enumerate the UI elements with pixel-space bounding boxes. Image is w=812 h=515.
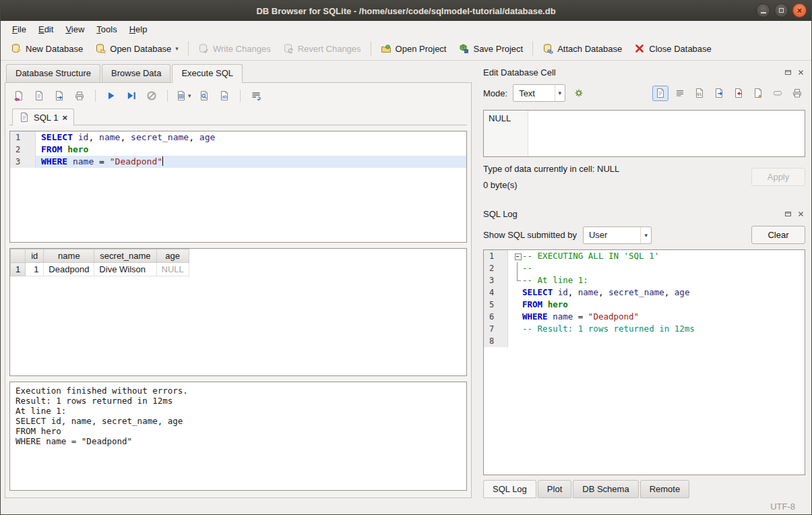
titlebar[interactable]: DB Browser for SQLite - /home/user/code/…	[1, 1, 811, 21]
new-database-button[interactable]: New Database	[5, 40, 89, 57]
mode-select[interactable]: Text ▾	[513, 84, 565, 102]
grid-corner[interactable]	[11, 249, 26, 263]
code-line[interactable]: 2FROM hero	[10, 144, 466, 156]
format-sql-icon: ab	[219, 90, 230, 101]
word-wrap-button[interactable]	[248, 88, 264, 104]
clear-log-button[interactable]: Clear	[751, 226, 805, 244]
find-replace-button[interactable]	[196, 88, 212, 104]
save-results-button[interactable]: ▾	[175, 88, 192, 104]
log-filter-label: Show SQL submitted by	[483, 230, 577, 240]
cell-settings-button[interactable]	[571, 86, 587, 101]
column-header-secret-name[interactable]: secret_name	[94, 249, 156, 263]
dock-tab-plot[interactable]: Plot	[538, 480, 571, 498]
dock-tab-db-schema[interactable]: DB Schema	[573, 480, 638, 498]
close-panel-icon[interactable]	[796, 67, 805, 77]
open-sql-file-button[interactable]	[11, 88, 27, 104]
chevron-down-icon: ▾	[640, 227, 648, 243]
cell[interactable]: Dive Wilson	[94, 263, 156, 276]
maximize-icon	[779, 8, 784, 13]
results-grid: idnamesecret_nameage11DeadpondDive Wilso…	[9, 248, 467, 376]
column-header-age[interactable]: age	[156, 249, 189, 263]
float-panel-icon[interactable]	[783, 209, 792, 218]
save-cell-as-icon	[753, 88, 763, 98]
apply-button[interactable]: Apply	[751, 168, 805, 186]
save-cell-as-button[interactable]	[750, 86, 766, 101]
cell[interactable]: Deadpond	[44, 263, 94, 276]
cell-value: NULL	[489, 113, 511, 123]
toolbar-separator	[371, 41, 371, 56]
svg-text:01: 01	[697, 92, 702, 96]
cell-edit-area[interactable]	[528, 111, 805, 156]
attach-database-button[interactable]: Attach Database	[536, 40, 628, 57]
column-header-name[interactable]: name	[44, 249, 94, 263]
minimize-button[interactable]	[756, 3, 770, 18]
execute-current-line-button[interactable]	[123, 88, 139, 104]
dock-tab-sql-log[interactable]: SQL Log	[483, 480, 536, 498]
stop-button[interactable]	[144, 88, 160, 104]
code-line: 4SELECT id, name, secret_name, age	[484, 286, 805, 299]
chevron-down-icon[interactable]: ▾	[188, 92, 191, 99]
menu-edit[interactable]: Edit	[32, 22, 59, 36]
fold-marker[interactable]	[513, 250, 522, 262]
text-view-button[interactable]	[652, 86, 668, 101]
column-header-id[interactable]: id	[26, 249, 44, 263]
menu-help[interactable]: Help	[123, 22, 154, 36]
toolbar-separator	[95, 90, 96, 102]
menu-view[interactable]: View	[59, 22, 90, 36]
write-changes-button[interactable]: Write Changes	[192, 40, 277, 57]
format-sql-button[interactable]: ab	[216, 88, 232, 104]
sql-tab-label: SQL 1	[34, 113, 58, 123]
sql-log-view[interactable]: 1-- EXECUTING ALL IN 'SQL 1'2--3-- At li…	[483, 249, 805, 475]
print-cell-button[interactable]	[789, 86, 805, 101]
open-project-button[interactable]: Open Project	[375, 40, 453, 57]
code-line[interactable]: 1SELECT id, name, secret_name, age	[10, 131, 466, 144]
row-number[interactable]: 1	[11, 263, 26, 276]
binary-view-button[interactable]: 01	[691, 86, 708, 101]
window-controls: ×	[756, 3, 807, 18]
main-tab-bar: Database StructureBrowse DataExecute SQL	[5, 64, 472, 82]
wrap-lines-button[interactable]	[672, 86, 688, 101]
sql-editor[interactable]: 1SELECT id, name, secret_name, age2FROM …	[9, 131, 467, 243]
tab-browse-data[interactable]: Browse Data	[102, 64, 170, 82]
log-filter-select[interactable]: User ▾	[583, 226, 652, 244]
float-panel-icon[interactable]	[783, 67, 792, 77]
close-database-button[interactable]: Close Database	[628, 40, 718, 57]
menu-tools[interactable]: Tools	[90, 22, 123, 36]
export-sql-button[interactable]	[51, 88, 67, 104]
cell-editor[interactable]: NULL	[483, 110, 805, 157]
save-sql-file-button[interactable]	[31, 88, 47, 104]
cell[interactable]: NULL	[156, 263, 189, 276]
cell-editor-gutter: NULL	[484, 111, 528, 156]
close-tab-icon[interactable]: ×	[62, 113, 67, 122]
dock-tab-remote[interactable]: Remote	[640, 480, 690, 498]
code-line[interactable]: 3WHERE name = "Deadpond"	[10, 156, 466, 168]
line-number: 1	[484, 250, 508, 262]
export-cell-button[interactable]	[730, 86, 747, 101]
close-panel-icon[interactable]	[796, 209, 805, 218]
maximize-button[interactable]	[774, 3, 788, 18]
sql-tab[interactable]: SQL 1 ×	[12, 109, 74, 125]
execute-current-line-icon	[126, 90, 137, 101]
menu-file[interactable]: File	[6, 22, 32, 36]
tab-database-structure[interactable]: Database Structure	[6, 64, 100, 82]
tab-execute-sql[interactable]: Execute SQL	[172, 64, 243, 83]
execute-all-button[interactable]	[103, 88, 119, 104]
set-null-icon	[772, 88, 783, 98]
print-button[interactable]	[71, 88, 88, 104]
toolbar-button-label: Revert Changes	[298, 44, 361, 54]
revert-changes-button[interactable]: Revert Changes	[277, 40, 367, 57]
cell-toolbar: 01	[652, 86, 805, 101]
set-null-button[interactable]	[770, 86, 786, 101]
line-number: 2	[484, 262, 508, 274]
cell[interactable]: 1	[26, 263, 44, 276]
find-replace-icon	[199, 90, 210, 101]
open-database-button[interactable]: Open Database▾	[89, 40, 185, 57]
import-cell-button[interactable]	[711, 86, 727, 101]
save-project-button[interactable]: Save Project	[452, 40, 529, 57]
fold-marker	[513, 262, 522, 274]
edit-cell-header: Edit Database Cell	[483, 65, 805, 79]
close-window-button[interactable]: ×	[792, 3, 807, 18]
chevron-down-icon[interactable]: ▾	[175, 45, 179, 52]
code-line: 2--	[484, 262, 805, 274]
sql-log-header: SQL Log	[483, 207, 805, 220]
